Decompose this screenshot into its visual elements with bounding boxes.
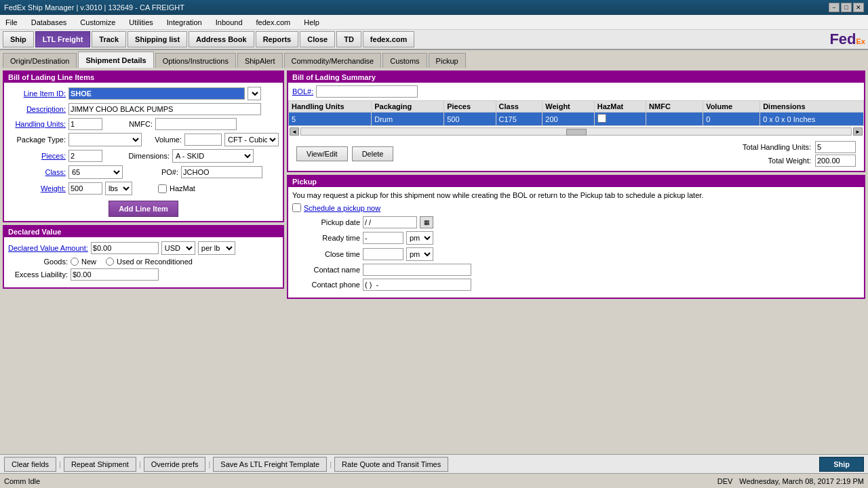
- clear-fields-button[interactable]: Clear fields: [4, 457, 56, 472]
- ship-final-button[interactable]: Ship: [819, 457, 864, 472]
- dimensions-select[interactable]: A - SKID: [172, 149, 254, 163]
- td-button[interactable]: TD: [336, 31, 361, 47]
- weight-label[interactable]: Weight:: [8, 184, 66, 192]
- ready-time-input[interactable]: [363, 232, 403, 244]
- menu-utilities[interactable]: Utilities: [126, 17, 155, 28]
- total-handling-input[interactable]: [815, 141, 856, 153]
- description-input[interactable]: [68, 103, 261, 115]
- pickup-date-picker-button[interactable]: ▦: [420, 216, 433, 228]
- tab-pickup[interactable]: Pickup: [429, 53, 466, 68]
- horizontal-scrollbar[interactable]: ◄ ►: [288, 126, 864, 137]
- volume-input[interactable]: [184, 134, 222, 146]
- currency-select[interactable]: USD: [161, 241, 195, 255]
- table-row[interactable]: 5 Drum 500 C175 200 0 0 x 0 x 0 Inches: [289, 113, 864, 126]
- menu-file[interactable]: File: [3, 17, 20, 28]
- tab-commodity[interactable]: Commodity/Merchandise: [284, 53, 382, 68]
- add-line-item-area: Add Line Item: [8, 198, 279, 217]
- minimize-button[interactable]: −: [829, 3, 840, 12]
- add-line-item-button[interactable]: Add Line Item: [108, 201, 178, 217]
- po-input[interactable]: [181, 166, 262, 178]
- tab-shipalert[interactable]: ShipAlert: [237, 53, 283, 68]
- override-prefs-button[interactable]: Override prefs: [144, 457, 206, 472]
- line-item-id-label[interactable]: Line Item ID:: [8, 89, 66, 98]
- menu-help[interactable]: Help: [301, 17, 322, 28]
- bol-actions-row: View/Edit Delete Total Handling Units: T…: [288, 137, 864, 171]
- declared-amount-label[interactable]: Declared Value Amount:: [8, 244, 88, 252]
- tab-customs[interactable]: Customs: [382, 53, 427, 68]
- bottom-bar: Clear fields | Repeat Shipment | Overrid…: [0, 454, 868, 473]
- declared-amount-input[interactable]: [91, 242, 159, 254]
- maximize-button[interactable]: □: [841, 3, 852, 12]
- goods-used-radio[interactable]: [106, 258, 114, 266]
- col-header-pieces: Pieces: [444, 101, 496, 113]
- reports-button[interactable]: Reports: [256, 31, 299, 47]
- tab-origin-destination[interactable]: Origin/Destination: [3, 53, 77, 68]
- repeat-shipment-button[interactable]: Repeat Shipment: [64, 457, 136, 472]
- line-item-id-dropdown[interactable]: ▼: [248, 87, 261, 100]
- close-window-button[interactable]: ✕: [853, 3, 864, 12]
- class-label[interactable]: Class:: [8, 168, 66, 176]
- ready-time-ampm[interactable]: pm: [406, 231, 433, 245]
- pieces-label[interactable]: Pieces:: [8, 152, 66, 160]
- total-weight-input[interactable]: [815, 155, 856, 167]
- pickup-date-input[interactable]: [363, 216, 417, 228]
- ltl-freight-button[interactable]: LTL Freight: [35, 31, 90, 47]
- volume-unit-select[interactable]: CFT - Cubic: [224, 133, 279, 146]
- pieces-input[interactable]: [68, 150, 102, 162]
- menu-customize[interactable]: Customize: [77, 17, 118, 28]
- class-select[interactable]: 65: [68, 165, 123, 179]
- bol-table-container[interactable]: Handling Units Packaging Pieces Class We…: [288, 100, 864, 126]
- close-button[interactable]: Close: [300, 31, 335, 47]
- excess-input[interactable]: [71, 268, 159, 281]
- save-template-button[interactable]: Save As LTL Freight Template: [213, 457, 327, 472]
- bol-number-input[interactable]: [316, 85, 418, 98]
- schedule-pickup-checkbox[interactable]: [292, 203, 301, 212]
- shipping-list-button[interactable]: Shipping list: [127, 31, 187, 47]
- weight-unit-select[interactable]: lbs ▼: [105, 182, 132, 195]
- address-book-button[interactable]: Address Book: [189, 31, 254, 47]
- schedule-pickup-label[interactable]: Schedule a pickup now: [304, 204, 380, 212]
- nmfc-input[interactable]: [155, 118, 237, 130]
- declared-value-header: Declared Value: [4, 226, 283, 237]
- menu-fedex[interactable]: fedex.com: [254, 17, 294, 28]
- pickup-description: You may request a pickup for this shipme…: [292, 191, 860, 199]
- scroll-track[interactable]: [300, 127, 852, 136]
- menu-inbound[interactable]: Inbound: [213, 17, 245, 28]
- date-time-label: Wednesday, March 08, 2017 2:19 PM: [739, 477, 864, 485]
- hazmat-checkbox[interactable]: [158, 184, 167, 193]
- view-edit-button[interactable]: View/Edit: [296, 146, 348, 161]
- per-unit-select[interactable]: per lb: [198, 241, 235, 255]
- contact-phone-input[interactable]: [363, 279, 471, 291]
- nmfc-label: NMFC:: [125, 120, 153, 128]
- scroll-thumb[interactable]: [566, 129, 587, 136]
- contact-phone-label: Contact phone: [292, 281, 360, 289]
- goods-label: Goods:: [8, 258, 68, 266]
- close-time-input[interactable]: [363, 248, 403, 260]
- goods-new-radio[interactable]: [71, 258, 79, 266]
- contact-name-input[interactable]: [363, 264, 471, 276]
- rate-quote-button[interactable]: Rate Quote and Transit Times: [334, 457, 448, 472]
- app-title: FedEx Ship Manager | v.3010 | 132649 - C…: [4, 3, 184, 12]
- fedex-web-button[interactable]: fedex.com: [363, 31, 414, 47]
- scroll-left-button[interactable]: ◄: [290, 127, 299, 136]
- weight-input[interactable]: [68, 182, 102, 195]
- left-panel: Bill of Lading Line Items Line Item ID: …: [3, 70, 284, 451]
- menu-databases[interactable]: Databases: [28, 17, 70, 28]
- handling-units-label[interactable]: Handling Units:: [8, 120, 66, 128]
- close-time-ampm[interactable]: pm: [406, 247, 433, 261]
- fedex-logo: FedEx: [829, 30, 865, 48]
- menu-integration[interactable]: Integration: [164, 17, 205, 28]
- hazmat-cell-checkbox[interactable]: [597, 114, 606, 123]
- description-label[interactable]: Description:: [8, 105, 66, 113]
- tab-options-instructions[interactable]: Options/Instructions: [155, 53, 236, 68]
- handling-units-input[interactable]: [68, 118, 102, 130]
- delete-button[interactable]: Delete: [352, 146, 394, 161]
- package-type-select[interactable]: [68, 133, 142, 146]
- track-button[interactable]: Track: [92, 31, 126, 47]
- bol-number-label[interactable]: BOL#:: [292, 87, 313, 96]
- tab-shipment-details[interactable]: Shipment Details: [78, 52, 153, 68]
- ship-button[interactable]: Ship: [3, 31, 34, 47]
- line-item-id-input[interactable]: [68, 87, 245, 100]
- description-row: Description:: [8, 103, 279, 115]
- scroll-right-button[interactable]: ►: [853, 127, 863, 136]
